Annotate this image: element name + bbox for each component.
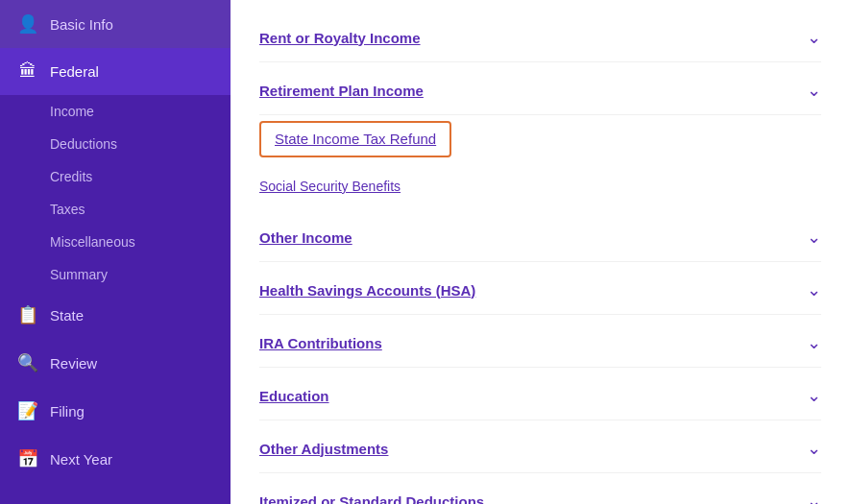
menu-row-hsa[interactable]: Health Savings Accounts (HSA)⌄ [259,262,821,314]
sidebar-item-label: Next Year [50,451,112,468]
chevron-down-icon: ⌄ [807,438,821,459]
menu-link-other-income: Other Income [259,229,352,246]
sidebar-item-state[interactable]: 📋State [0,291,231,339]
highlighted-box-state-income-tax-refund[interactable]: State Income Tax Refund [259,121,451,157]
chevron-down-icon: ⌄ [807,332,821,353]
sidebar-item-basic-info[interactable]: 👤Basic Info [0,0,231,48]
chevron-down-icon: ⌄ [807,80,821,101]
menu-link-rent-royalty: Rent or Royalty Income [259,30,421,46]
menu-link-ira: IRA Contributions [259,335,382,351]
menu-link-state-income-tax-refund: State Income Tax Refund [275,131,436,147]
list-item-social-security: Social Security Benefits [259,169,821,209]
chevron-down-icon: ⌄ [807,491,821,504]
sidebar-sub-item-income[interactable]: Income [0,95,231,128]
sidebar-item-federal[interactable]: 🏛Federal [0,48,231,95]
menu-row-ira[interactable]: IRA Contributions⌄ [259,315,821,367]
list-item-rent-royalty: Rent or Royalty Income⌄ [259,10,821,62]
chevron-down-icon: ⌄ [807,279,821,300]
sidebar-sub-item-miscellaneous[interactable]: Miscellaneous [0,226,231,258]
sidebar-sub-item-deductions[interactable]: Deductions [0,128,231,160]
menu-list: Rent or Royalty Income⌄Retirement Plan I… [259,0,821,504]
menu-row-retirement-plan[interactable]: Retirement Plan Income⌄ [259,62,821,114]
chevron-down-icon: ⌄ [807,227,821,248]
chevron-down-icon: ⌄ [807,27,821,48]
sidebar: 👤Basic Info🏛FederalIncomeDeductionsCredi… [0,0,231,504]
list-item-itemized-standard: Itemized or Standard Deductions⌄ [259,473,821,504]
sidebar-item-label: Filing [50,403,85,420]
list-item-state-income-tax-refund: State Income Tax Refund [259,115,821,169]
sidebar-item-next-year[interactable]: 📅Next Year [0,435,231,483]
menu-row-education[interactable]: Education⌄ [259,368,821,420]
sidebar-sub-item-credits[interactable]: Credits [0,160,231,193]
filing-icon: 📝 [17,400,38,421]
menu-link-education: Education [259,388,329,404]
list-item-other-income: Other Income⌄ [259,209,821,262]
menu-row-rent-royalty[interactable]: Rent or Royalty Income⌄ [259,10,821,61]
review-icon: 🔍 [17,352,38,373]
chevron-down-icon: ⌄ [807,385,821,406]
list-item-education: Education⌄ [259,368,821,420]
sub-link-social-security[interactable]: Social Security Benefits [259,169,821,209]
menu-link-other-adjustments: Other Adjustments [259,441,388,457]
list-item-retirement-plan: Retirement Plan Income⌄ [259,62,821,115]
sidebar-item-label: State [50,307,84,324]
sidebar-item-review[interactable]: 🔍Review [0,339,231,387]
sidebar-item-filing[interactable]: 📝Filing [0,387,231,435]
list-item-ira: IRA Contributions⌄ [259,315,821,368]
menu-link-itemized-standard: Itemized or Standard Deductions [259,493,484,505]
basic-info-icon: 👤 [17,13,38,35]
federal-icon: 🏛 [17,61,38,82]
list-item-hsa: Health Savings Accounts (HSA)⌄ [259,262,821,315]
next-year-icon: 📅 [17,448,38,469]
sidebar-item-label: Review [50,355,97,372]
state-icon: 📋 [17,304,38,325]
menu-row-other-income[interactable]: Other Income⌄ [259,209,821,261]
sidebar-item-label: Federal [50,63,99,80]
menu-row-other-adjustments[interactable]: Other Adjustments⌄ [259,420,821,472]
sidebar-item-label: Basic Info [50,16,113,33]
menu-row-itemized-standard[interactable]: Itemized or Standard Deductions⌄ [259,473,821,504]
sidebar-sub-item-taxes[interactable]: Taxes [0,193,231,226]
sidebar-sub-item-summary[interactable]: Summary [0,258,231,291]
list-item-other-adjustments: Other Adjustments⌄ [259,420,821,473]
menu-link-retirement-plan: Retirement Plan Income [259,83,424,99]
main-content: Rent or Royalty Income⌄Retirement Plan I… [231,0,850,504]
menu-link-hsa: Health Savings Accounts (HSA) [259,282,475,299]
